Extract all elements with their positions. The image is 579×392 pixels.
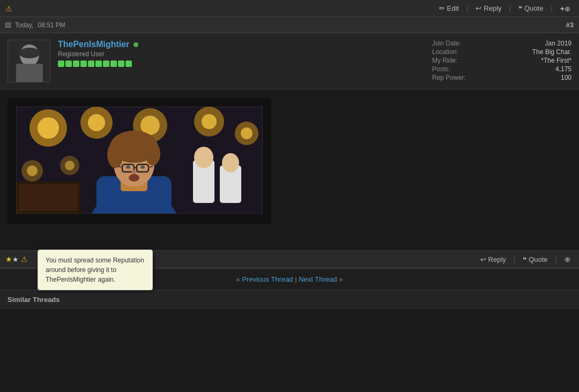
more-icon-top: ⊕ bbox=[560, 4, 570, 13]
avatar-image bbox=[8, 40, 50, 82]
post-meta-left: Today, 08:51 PM bbox=[5, 21, 65, 29]
post-content bbox=[0, 89, 579, 250]
svg-point-8 bbox=[88, 114, 105, 131]
quote-icon-top bbox=[518, 4, 522, 12]
username-text: ThePenIsMightier bbox=[58, 40, 129, 49]
post-header: ThePenIsMightier Registered User Join Da… bbox=[0, 33, 579, 89]
svg-point-6 bbox=[38, 117, 59, 139]
toolbar-right: Edit | Reply | Quote | ⊕ bbox=[436, 2, 574, 15]
more-icon-bottom: ⊕ bbox=[565, 255, 570, 263]
svg-point-12 bbox=[202, 114, 217, 129]
tooltip-text: You must spread some Reputation around b… bbox=[46, 257, 144, 283]
post-image bbox=[16, 107, 263, 214]
svg-point-26 bbox=[107, 141, 123, 168]
post-number: #3 bbox=[566, 21, 574, 29]
join-date-label: Join Date: bbox=[432, 40, 494, 47]
user-stats: Join Date: Jan 2019 Location: The Big Ch… bbox=[432, 40, 571, 81]
similar-threads: Similar Threads bbox=[0, 290, 579, 309]
post-container: ThePenIsMightier Registered User Join Da… bbox=[0, 33, 579, 269]
prev-thread-link[interactable]: Previous Thread bbox=[242, 275, 293, 283]
location-value: The Big Char. bbox=[504, 48, 571, 56]
svg-point-36 bbox=[131, 170, 137, 174]
location-label: Location: bbox=[432, 48, 494, 56]
rep-dot-8 bbox=[110, 61, 117, 67]
sep-3: | bbox=[551, 4, 552, 12]
svg-point-34 bbox=[140, 165, 145, 169]
rep-dot-9 bbox=[118, 61, 124, 67]
rep-dot-2 bbox=[65, 61, 72, 67]
rep-dot-1 bbox=[58, 61, 64, 67]
svg-point-38 bbox=[194, 147, 213, 168]
star-icon[interactable]: ★ bbox=[5, 255, 19, 263]
post-icon bbox=[5, 22, 11, 28]
edit-button[interactable]: Edit bbox=[436, 2, 462, 14]
posts-value: 4,175 bbox=[504, 65, 571, 73]
warn-icon[interactable] bbox=[5, 4, 12, 13]
edit-label: Edit bbox=[447, 4, 459, 12]
reply-label-top: Reply bbox=[484, 4, 501, 12]
reply-button-bottom[interactable]: Reply bbox=[477, 253, 509, 266]
rep-dot-6 bbox=[95, 61, 102, 67]
quote-button-bottom[interactable]: Quote bbox=[519, 253, 551, 266]
rep-dot-10 bbox=[125, 61, 132, 67]
rep-label: Rep Power: bbox=[432, 74, 494, 81]
nav-suffix: » bbox=[339, 275, 343, 283]
quote-label-top: Quote bbox=[524, 4, 543, 12]
svg-rect-2 bbox=[16, 64, 43, 82]
quote-button-top[interactable]: Quote bbox=[515, 2, 546, 14]
post-time: 08:51 PM bbox=[38, 21, 65, 29]
reply-label-bottom: Reply bbox=[488, 255, 506, 263]
svg-point-18 bbox=[65, 161, 75, 170]
rep-dot-4 bbox=[80, 61, 87, 67]
post-image-wrapper bbox=[8, 98, 271, 224]
post-today: Today, bbox=[15, 21, 33, 29]
tooltip-box: You must spread some Reputation around b… bbox=[38, 250, 153, 290]
more-button-top[interactable]: ⊕ bbox=[557, 2, 574, 15]
svg-rect-20 bbox=[19, 184, 78, 211]
toolbar-left bbox=[5, 4, 12, 13]
svg-line-32 bbox=[150, 167, 153, 167]
post-meta-bar: Today, 08:51 PM #3 bbox=[0, 17, 579, 33]
next-thread-link[interactable]: Next Thread bbox=[299, 275, 337, 283]
action-left: ★ You must spread some Reputation around… bbox=[5, 255, 28, 263]
sep-2: | bbox=[509, 4, 511, 12]
svg-point-16 bbox=[27, 165, 38, 176]
svg-line-31 bbox=[118, 167, 121, 167]
svg-point-27 bbox=[145, 142, 160, 165]
rep-dot-3 bbox=[73, 61, 79, 67]
rep-value: 100 bbox=[504, 74, 571, 81]
warn-icon-bottom[interactable] bbox=[21, 255, 28, 263]
pencil-icon bbox=[439, 4, 445, 12]
action-right: Reply | Quote | ⊕ bbox=[477, 253, 574, 266]
user-role: Registered User bbox=[58, 50, 425, 58]
posts-label: Posts: bbox=[432, 65, 494, 73]
sep-5: | bbox=[555, 255, 557, 263]
similar-threads-label: Similar Threads bbox=[8, 296, 60, 304]
top-toolbar: Edit | Reply | Quote | ⊕ bbox=[0, 0, 579, 17]
reply-icon-top bbox=[476, 4, 481, 12]
avatar-svg bbox=[8, 40, 50, 82]
reply-button-top[interactable]: Reply bbox=[472, 2, 504, 14]
ride-label: My Ride: bbox=[432, 57, 494, 64]
sep-4: | bbox=[514, 255, 515, 263]
svg-point-14 bbox=[241, 127, 253, 139]
online-indicator bbox=[133, 42, 138, 47]
quote-label-bottom: Quote bbox=[529, 255, 547, 263]
reply-icon-bottom bbox=[480, 255, 486, 263]
svg-point-40 bbox=[222, 153, 239, 172]
rep-dot-7 bbox=[103, 61, 109, 67]
rep-dots bbox=[58, 61, 425, 67]
svg-point-3 bbox=[19, 48, 40, 58]
more-button-bottom[interactable]: ⊕ bbox=[561, 253, 574, 266]
rep-dot-5 bbox=[88, 61, 94, 67]
user-info: ThePenIsMightier Registered User bbox=[58, 40, 425, 82]
tooltip-overlay: ★ You must spread some Reputation around… bbox=[5, 255, 28, 263]
avatar bbox=[8, 40, 50, 82]
post-action-bar: ★ You must spread some Reputation around… bbox=[0, 250, 579, 268]
sep-1: | bbox=[466, 4, 468, 12]
svg-point-35 bbox=[129, 174, 139, 182]
ride-value: *The First* bbox=[504, 57, 571, 64]
join-date-value: Jan 2019 bbox=[504, 40, 571, 47]
svg-point-33 bbox=[126, 165, 130, 169]
nav-prefix: « bbox=[236, 275, 240, 283]
